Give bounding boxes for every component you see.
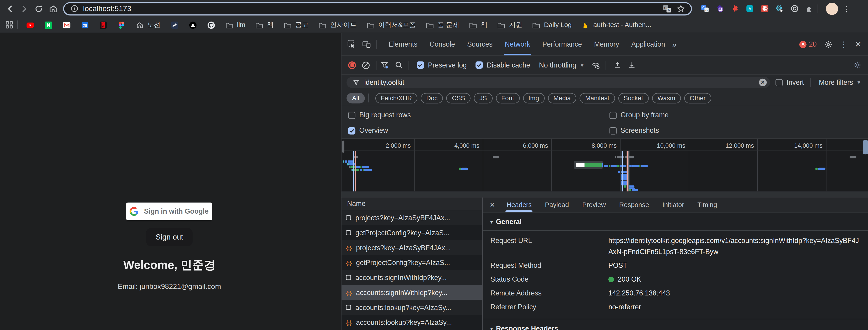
throttling-select[interactable]: No throttling (539, 61, 576, 69)
bookmark-item[interactable] (188, 21, 197, 30)
error-badge[interactable]: ✕20 (800, 41, 817, 48)
general-section-header[interactable]: ▼General (489, 218, 868, 226)
overview-scroll-handle-left[interactable] (342, 141, 344, 153)
filter-chip-manifest[interactable]: Manifest (580, 93, 615, 103)
bookmark-item[interactable] (62, 21, 71, 30)
bookmark-item[interactable] (44, 21, 53, 30)
detail-tab-response[interactable]: Response (613, 198, 656, 212)
profile-avatar[interactable] (826, 2, 838, 15)
more-tabs-icon[interactable]: » (672, 40, 677, 49)
device-toolbar-icon[interactable] (362, 40, 371, 49)
rings-extension-icon[interactable] (789, 4, 799, 13)
network-conditions-icon[interactable] (591, 61, 600, 70)
request-row[interactable]: {;}accounts:lookup?key=AIzaSy... (341, 315, 482, 330)
clear-network-icon[interactable] (362, 61, 370, 70)
filter-chip-media[interactable]: Media (548, 93, 576, 103)
detail-tab-initiator[interactable]: Initiator (656, 198, 691, 212)
puzzle-extension-icon[interactable] (804, 4, 814, 13)
response-headers-section-header[interactable]: ▼Response Headers (489, 325, 868, 330)
filter-chip-js[interactable]: JS (474, 93, 492, 103)
filter-input-pill[interactable]: ✕ (346, 77, 770, 88)
devtools-tab-console[interactable]: Console (424, 33, 461, 56)
detail-tab-timing[interactable]: Timing (691, 198, 724, 212)
devtools-close-icon[interactable]: ✕ (855, 40, 861, 49)
bookmark-item[interactable]: 인사이트 (318, 20, 356, 30)
overview-checkbox[interactable] (348, 127, 355, 135)
request-row[interactable]: accounts:lookup?key=AIzaSy... (341, 300, 482, 315)
filter-chip-font[interactable]: Font (496, 93, 520, 103)
bookmark-item[interactable]: Daily Log (532, 21, 571, 30)
apps-grid-icon[interactable] (5, 21, 14, 30)
bookmark-item[interactable]: 노션 (135, 20, 160, 30)
group-by-frame-checkbox[interactable] (610, 112, 617, 119)
bookmark-star-icon[interactable] (676, 4, 685, 13)
signout-button[interactable]: Sign out (146, 228, 193, 246)
jam-extension-icon[interactable] (730, 4, 740, 13)
filter-chip-socket[interactable]: Socket (618, 93, 649, 103)
eleven-extension-icon[interactable]: 11 (715, 4, 724, 13)
bookmark-item[interactable]: 이력서&포폴 (366, 20, 416, 30)
filter-chip-wasm[interactable]: Wasm (652, 93, 681, 103)
page-translate-icon[interactable]: GA (663, 4, 672, 13)
devtools-menu-icon[interactable]: ⋮ (840, 40, 847, 49)
request-row[interactable]: projects?key=AIzaSyBF4JAx... (341, 210, 482, 226)
detail-tab-preview[interactable]: Preview (576, 198, 613, 212)
translate-extension-icon[interactable]: GA (700, 4, 710, 13)
devtools-tab-elements[interactable]: Elements (383, 33, 424, 56)
detail-tab-payload[interactable]: Payload (538, 198, 576, 212)
network-settings-icon[interactable] (852, 61, 861, 70)
request-row[interactable]: accounts:signInWithIdp?key... (341, 270, 482, 285)
bookmark-item[interactable]: 지원 (497, 20, 522, 30)
request-row[interactable]: {;}projects?key=AIzaSyBF4JAx... (341, 240, 482, 256)
request-row[interactable]: {;}accounts:signInWithIdp?key... (341, 285, 482, 300)
reload-icon[interactable] (34, 4, 43, 13)
name-column-header[interactable]: Name (341, 198, 482, 210)
devtools-tab-performance[interactable]: Performance (536, 33, 588, 56)
big-request-rows-checkbox[interactable] (348, 112, 355, 119)
url-bar[interactable]: GA (63, 2, 692, 15)
bookmark-item[interactable]: auth-test - Authen... (581, 21, 651, 30)
screenshots-checkbox[interactable] (610, 127, 617, 135)
browser-menu-icon[interactable]: ⋮ (842, 4, 850, 13)
search-icon[interactable] (394, 61, 403, 70)
bookmark-item[interactable] (117, 21, 126, 30)
bookmark-item[interactable]: 풀 문제 (425, 20, 459, 30)
filter-input[interactable] (364, 79, 759, 87)
disable-cache-checkbox[interactable] (475, 62, 483, 69)
back-icon[interactable] (5, 4, 14, 13)
bookmark-item[interactable]: llm (225, 21, 246, 30)
bookmark-item[interactable] (170, 21, 179, 30)
import-har-icon[interactable] (613, 61, 622, 70)
filter-icon[interactable] (380, 61, 389, 70)
inspect-element-icon[interactable] (347, 40, 356, 49)
site-info-icon[interactable] (70, 4, 79, 13)
overview-scroll-handle-right[interactable] (863, 140, 868, 155)
devtools-settings-icon[interactable] (824, 40, 833, 49)
filter-chip-all[interactable]: All (346, 93, 365, 103)
filter-chip-img[interactable]: Img (523, 93, 545, 103)
filter-chip-doc[interactable]: Doc (421, 93, 443, 103)
bookmark-item[interactable]: 책 (469, 20, 488, 30)
react-blue-extension-icon[interactable] (774, 4, 784, 13)
url-input[interactable] (83, 4, 662, 13)
detail-tab-headers[interactable]: Headers (500, 198, 538, 212)
request-row[interactable]: getProjectConfig?key=AIzaS... (341, 226, 482, 240)
close-detail-icon[interactable]: ✕ (489, 201, 495, 209)
devtools-tab-network[interactable]: Network (499, 33, 536, 56)
invert-checkbox[interactable] (775, 79, 783, 86)
devtools-tab-application[interactable]: Application (625, 33, 671, 56)
google-signin-button[interactable]: Sign in with Google (126, 203, 212, 221)
preserve-log-checkbox[interactable] (417, 62, 424, 69)
export-har-icon[interactable] (627, 61, 636, 70)
filter-chip-other[interactable]: Other (684, 93, 711, 103)
record-network-icon[interactable] (348, 61, 356, 69)
bookmark-item[interactable] (98, 21, 107, 30)
forward-icon[interactable] (19, 4, 29, 13)
trans-teal-extension-icon[interactable]: A (745, 4, 754, 13)
home-icon[interactable] (48, 4, 58, 13)
react-red-extension-icon[interactable] (760, 4, 770, 13)
filter-chip-css[interactable]: CSS (446, 93, 471, 103)
bookmark-item[interactable]: 책 (255, 20, 274, 30)
network-overview-timeline[interactable]: 2,000 ms4,000 ms6,000 ms8,000 ms10,000 m… (341, 139, 868, 192)
filter-chip-fetchxhr[interactable]: Fetch/XHR (375, 93, 417, 103)
